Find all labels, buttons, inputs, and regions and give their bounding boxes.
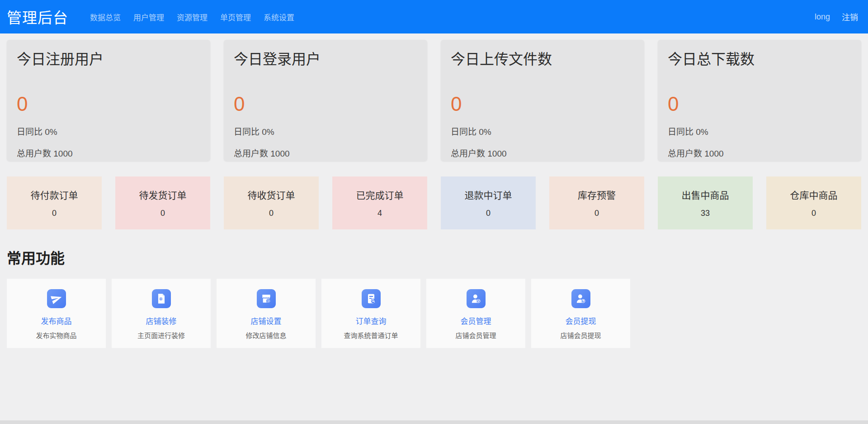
paper-plane-icon [47, 289, 66, 308]
order-status-card[interactable]: 待收货订单 0 [224, 176, 319, 229]
stat-card-day-ratio: 日同比 0% [668, 125, 851, 137]
quick-function-card[interactable]: 会员管理 店铺会员管理 [426, 279, 525, 348]
quick-functions-row: 发布商品 发布实物商品 店铺装修 主页面进行装修 店铺设置 修改店铺信息 订单查… [7, 279, 861, 348]
order-card-title: 仓库中商品 [790, 188, 838, 201]
stat-card-value: 0 [451, 94, 634, 114]
order-status-card[interactable]: 仓库中商品 0 [766, 176, 861, 229]
app-title: 管理后台 [7, 6, 68, 28]
quick-function-subtitle: 查询系统普通订单 [344, 330, 398, 340]
order-card-value: 0 [160, 209, 165, 218]
order-status-card[interactable]: 出售中商品 33 [658, 176, 753, 229]
top-navbar: 管理后台 数据总览用户管理资源管理单页管理系统设置 long 注销 [0, 0, 868, 33]
order-card-value: 0 [52, 209, 57, 218]
order-card-value: 4 [377, 209, 382, 218]
quick-function-title: 会员管理 [461, 315, 491, 326]
order-card-value: 0 [269, 209, 274, 218]
nav-item-5[interactable]: 系统设置 [264, 11, 294, 23]
quick-function-card[interactable]: 店铺装修 主页面进行装修 [112, 279, 211, 348]
quick-function-title: 发布商品 [41, 315, 72, 326]
page-decorate-icon [152, 289, 171, 308]
order-status-card[interactable]: 退款中订单 0 [441, 176, 536, 229]
quick-function-title: 会员提现 [566, 315, 596, 326]
order-card-value: 0 [594, 209, 599, 218]
quick-function-card[interactable]: 店铺设置 修改店铺信息 [217, 279, 316, 348]
member-withdraw-icon: ¥ [571, 289, 590, 308]
shop-settings-icon [257, 289, 276, 308]
stat-card: 今日上传文件数 0 日同比 0% 总用户数 1000 [441, 40, 644, 161]
nav-item-1[interactable]: 数据总览 [90, 11, 121, 23]
order-card-value: 0 [486, 209, 491, 218]
horizontal-scrollbar[interactable] [0, 420, 868, 424]
main-nav: 数据总览用户管理资源管理单页管理系统设置 [90, 11, 294, 23]
member-manage-icon [467, 289, 486, 308]
order-card-title: 待付款订单 [31, 188, 78, 201]
order-status-card[interactable]: 库存预警 0 [549, 176, 644, 229]
quick-function-card[interactable]: 订单查询 查询系统普通订单 [321, 279, 420, 348]
quick-function-title: 店铺装修 [146, 315, 177, 326]
stat-card-day-ratio: 日同比 0% [451, 125, 634, 137]
nav-item-3[interactable]: 资源管理 [177, 11, 208, 23]
stat-card: 今日注册用户 0 日同比 0% 总用户数 1000 [7, 40, 210, 161]
stats-row: 今日注册用户 0 日同比 0% 总用户数 1000 今日登录用户 0 日同比 0… [7, 40, 861, 161]
stat-card-title: 今日登录用户 [234, 51, 417, 68]
order-status-card[interactable]: 已完成订单 4 [332, 176, 427, 229]
quick-function-title: 店铺设置 [251, 315, 282, 326]
order-card-title: 待发货订单 [139, 188, 187, 201]
order-card-title: 退款中订单 [465, 188, 512, 201]
username[interactable]: long [815, 12, 830, 22]
stat-card-value: 0 [234, 94, 417, 114]
stat-card: 今日登录用户 0 日同比 0% 总用户数 1000 [224, 40, 427, 161]
order-status-card[interactable]: 待付款订单 0 [7, 176, 102, 229]
quick-function-subtitle: 店铺会员提现 [560, 330, 601, 340]
nav-item-2[interactable]: 用户管理 [133, 11, 164, 23]
order-card-value: 33 [701, 209, 710, 218]
stat-card: 今日总下载数 0 日同比 0% 总用户数 1000 [658, 40, 861, 161]
stat-card-day-ratio: 日同比 0% [17, 125, 200, 137]
quick-function-title: 订单查询 [356, 315, 387, 326]
quick-function-subtitle: 主页面进行装修 [137, 330, 185, 340]
order-status-card[interactable]: 待发货订单 0 [115, 176, 210, 229]
order-card-title: 库存预警 [578, 188, 616, 201]
quick-function-card[interactable]: ¥ 会员提现 店铺会员提现 [531, 279, 630, 348]
order-card-title: 已完成订单 [356, 188, 404, 201]
stat-card-title: 今日上传文件数 [451, 51, 634, 68]
svg-text:¥: ¥ [582, 299, 584, 303]
order-status-row: 待付款订单 0 待发货订单 0 待收货订单 0 已完成订单 4 退款中订单 0 … [7, 176, 861, 229]
stat-card-total: 总用户数 1000 [451, 147, 634, 159]
quick-function-subtitle: 修改店铺信息 [245, 330, 286, 340]
stat-card-total: 总用户数 1000 [668, 147, 851, 159]
stat-card-total: 总用户数 1000 [234, 147, 417, 159]
order-card-value: 0 [811, 209, 816, 218]
navbar-right: long 注销 [815, 11, 858, 23]
order-search-icon [362, 289, 381, 308]
order-card-title: 待收货订单 [248, 188, 295, 201]
quick-function-card[interactable]: 发布商品 发布实物商品 [7, 279, 106, 348]
logout-link[interactable]: 注销 [842, 11, 858, 23]
order-card-title: 出售中商品 [682, 188, 729, 201]
quick-function-subtitle: 发布实物商品 [36, 330, 76, 340]
quick-function-subtitle: 店铺会员管理 [455, 330, 496, 340]
stat-card-value: 0 [668, 94, 851, 114]
stat-card-title: 今日注册用户 [17, 51, 200, 68]
quick-functions-title: 常用功能 [7, 247, 861, 267]
stat-card-title: 今日总下载数 [668, 51, 851, 68]
stat-card-day-ratio: 日同比 0% [234, 125, 417, 137]
stat-card-value: 0 [17, 94, 200, 114]
stat-card-total: 总用户数 1000 [17, 147, 200, 159]
nav-item-4[interactable]: 单页管理 [220, 11, 251, 23]
